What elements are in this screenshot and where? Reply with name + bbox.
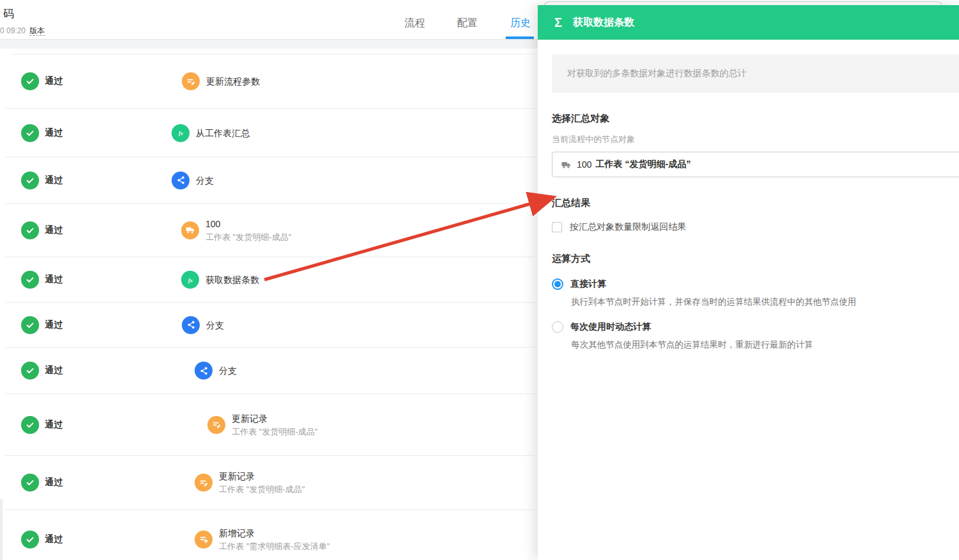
tab-history[interactable]: 历史 bbox=[510, 17, 531, 30]
history-row[interactable]: 通过分支 bbox=[5, 303, 535, 348]
status-label: 通过 bbox=[45, 534, 63, 545]
edit-lines-icon bbox=[195, 474, 213, 492]
check-icon bbox=[21, 316, 39, 334]
history-row[interactable]: 通过更新记录工作表 "发货明细-成品" bbox=[5, 394, 535, 456]
radio-unselected-icon[interactable] bbox=[552, 321, 563, 333]
status-label: 通过 bbox=[45, 365, 63, 376]
svg-text:fx: fx bbox=[188, 276, 193, 283]
status-label: 通过 bbox=[45, 76, 63, 87]
node-label: 分支 bbox=[219, 364, 237, 377]
scrollbar-track[interactable] bbox=[0, 499, 3, 560]
node-summary: 新增记录工作表 "需求明细表-应发清单" bbox=[195, 527, 330, 552]
app-subtitle: 0 09:20版本 bbox=[0, 26, 45, 36]
status-label: 通过 bbox=[45, 319, 63, 331]
check-icon bbox=[21, 271, 39, 289]
node-label: 分支 bbox=[206, 319, 224, 332]
status-label: 通过 bbox=[45, 127, 63, 139]
history-row[interactable]: 通过fx从工作表汇总 bbox=[5, 109, 535, 157]
svg-text:fx: fx bbox=[178, 130, 183, 136]
node-label: 分支 bbox=[196, 174, 214, 187]
branch-icon bbox=[172, 172, 189, 189]
limit-result-option[interactable]: 按汇总对象数量限制返回结果 bbox=[552, 221, 959, 233]
selected-node-name: 工作表 “发货明细-成品” bbox=[595, 159, 691, 170]
node-label: 新增记录 bbox=[219, 527, 330, 540]
version-link[interactable]: 版本 bbox=[29, 26, 45, 36]
node-summary: 分支 bbox=[182, 316, 224, 334]
node-label: 更新记录 bbox=[232, 412, 318, 425]
check-icon bbox=[21, 172, 39, 189]
section-title-calc-mode: 运算方式 bbox=[552, 253, 959, 265]
check-icon bbox=[21, 474, 39, 492]
node-summary: 更新记录工作表 "发货明细-成品" bbox=[195, 470, 305, 495]
check-icon bbox=[21, 416, 39, 434]
app-title: 码 bbox=[3, 6, 14, 21]
selected-node-number: 100 bbox=[577, 159, 592, 170]
node-worksheet: 工作表 "需求明细表-应发清单" bbox=[219, 541, 330, 552]
branch-icon bbox=[195, 362, 213, 380]
panel-header: Σ 获取数据条数 bbox=[538, 5, 959, 40]
section-title-select-target: 选择汇总对象 bbox=[552, 113, 959, 125]
history-row[interactable]: 通过100工作表 "发货明细-成品" bbox=[5, 204, 535, 257]
calc-option-direct-label: 直接计算 bbox=[570, 278, 606, 290]
status-label: 通过 bbox=[45, 477, 63, 488]
calc-option-direct[interactable]: 直接计算 bbox=[552, 278, 959, 290]
tab-config[interactable]: 配置 bbox=[457, 17, 478, 30]
fx-icon: fx bbox=[172, 124, 189, 142]
summary-object-select[interactable]: 100 工作表 “发货明细-成品” bbox=[552, 152, 959, 177]
node-worksheet: 工作表 "发货明细-成品" bbox=[232, 426, 318, 438]
status-label: 通过 bbox=[45, 419, 63, 431]
branch-icon bbox=[182, 316, 200, 334]
history-row[interactable]: 通过更新流程参数 bbox=[5, 54, 535, 109]
check-icon bbox=[21, 124, 39, 142]
check-icon bbox=[21, 72, 39, 90]
radio-selected-icon[interactable] bbox=[552, 278, 563, 290]
history-row[interactable]: 通过更新记录工作表 "发货明细-成品" bbox=[5, 456, 535, 510]
node-summary: 更新记录工作表 "发货明细-成品" bbox=[207, 412, 318, 438]
calc-option-dynamic-desc: 每次其他节点使用到本节点的运算结果时，重新进行最新的计算 bbox=[571, 339, 959, 351]
status-label: 通过 bbox=[45, 274, 63, 285]
edit-lines-icon bbox=[182, 72, 200, 90]
node-label: 更新流程参数 bbox=[206, 75, 260, 88]
node-summary: fx从工作表汇总 bbox=[172, 124, 250, 142]
publish-timestamp: 0 09:20 bbox=[0, 26, 26, 35]
list-top-divider bbox=[12, 49, 535, 54]
section-hint-select-target: 当前流程中的节点对象 bbox=[552, 134, 959, 145]
history-row[interactable]: 通过分支 bbox=[5, 157, 535, 204]
calc-option-dynamic[interactable]: 每次使用时动态计算 bbox=[552, 321, 959, 333]
calc-option-direct-desc: 执行到本节点时开始计算，并保存当时的运算结果供流程中的其他节点使用 bbox=[571, 296, 959, 308]
tab-flow[interactable]: 流程 bbox=[405, 17, 425, 30]
sigma-icon: Σ bbox=[554, 16, 562, 29]
node-description: 对获取到的多条数据对象进行数据条数的总计 bbox=[552, 54, 959, 93]
limit-result-checkbox[interactable] bbox=[552, 222, 562, 232]
check-icon bbox=[21, 531, 39, 548]
calc-option-dynamic-label: 每次使用时动态计算 bbox=[570, 321, 651, 333]
history-row[interactable]: 通过fx获取数据条数 bbox=[5, 257, 535, 303]
node-label: 从工作表汇总 bbox=[196, 127, 250, 140]
node-label: 更新记录 bbox=[219, 470, 305, 483]
edit-lines-icon bbox=[207, 416, 225, 434]
status-label: 通过 bbox=[45, 175, 63, 186]
node-summary: fx获取数据条数 bbox=[181, 271, 259, 289]
node-summary: 更新流程参数 bbox=[182, 72, 260, 90]
history-row[interactable]: 通过新增记录工作表 "需求明细表-应发清单" bbox=[5, 510, 535, 560]
node-summary: 100工作表 "发货明细-成品" bbox=[181, 218, 291, 243]
history-list: 通过更新流程参数通过fx从工作表汇总通过分支通过100工作表 "发货明细-成品"… bbox=[5, 49, 538, 560]
panel-title: 获取数据条数 bbox=[573, 16, 634, 29]
node-detail-panel: Σ 获取数据条数 对获取到的多条数据对象进行数据条数的总计 选择汇总对象 当前流… bbox=[538, 5, 959, 560]
active-tab-underline bbox=[506, 36, 534, 39]
node-label: 100 bbox=[206, 218, 291, 230]
history-row[interactable]: 通过分支 bbox=[5, 348, 535, 394]
fx-icon: fx bbox=[181, 271, 199, 289]
node-worksheet: 工作表 "发货明细-成品" bbox=[219, 484, 305, 495]
check-icon bbox=[21, 362, 39, 380]
node-label: 获取数据条数 bbox=[206, 273, 259, 286]
status-label: 通过 bbox=[45, 225, 63, 236]
limit-result-label: 按汇总对象数量限制返回结果 bbox=[570, 221, 686, 233]
node-summary: 分支 bbox=[172, 172, 214, 189]
truck-icon bbox=[561, 159, 572, 170]
add-lines-icon bbox=[195, 531, 213, 548]
check-icon bbox=[21, 221, 39, 239]
truck-icon bbox=[181, 221, 199, 239]
node-worksheet: 工作表 "发货明细-成品" bbox=[206, 232, 291, 243]
node-summary: 分支 bbox=[195, 362, 237, 380]
